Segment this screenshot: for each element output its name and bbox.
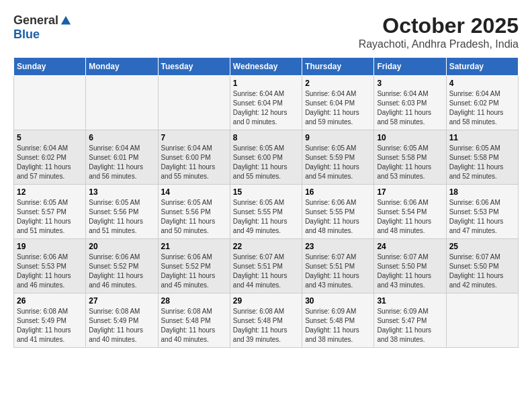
calendar-cell-w4d2: 28Sunrise: 6:08 AM Sunset: 5:48 PM Dayli… (158, 293, 230, 348)
day-number: 15 (233, 187, 299, 197)
day-info: Sunrise: 6:08 AM Sunset: 5:48 PM Dayligh… (161, 307, 227, 345)
calendar-cell-w3d6: 25Sunrise: 6:07 AM Sunset: 5:50 PM Dayli… (446, 239, 518, 293)
day-info: Sunrise: 6:04 AM Sunset: 6:02 PM Dayligh… (449, 89, 515, 127)
day-number: 19 (17, 242, 83, 251)
day-info: Sunrise: 6:06 AM Sunset: 5:52 PM Dayligh… (161, 253, 227, 290)
calendar-cell-w1d0: 5Sunrise: 6:04 AM Sunset: 6:02 PM Daylig… (14, 130, 86, 185)
calendar-cell-w3d0: 19Sunrise: 6:06 AM Sunset: 5:53 PM Dayli… (14, 239, 86, 293)
day-info: Sunrise: 6:09 AM Sunset: 5:48 PM Dayligh… (305, 307, 371, 345)
header-sunday: Sunday (14, 58, 86, 76)
calendar-cell-w2d3: 15Sunrise: 6:05 AM Sunset: 5:55 PM Dayli… (230, 185, 302, 239)
day-info: Sunrise: 6:05 AM Sunset: 5:56 PM Dayligh… (161, 198, 227, 236)
day-info: Sunrise: 6:04 AM Sunset: 6:03 PM Dayligh… (377, 89, 443, 127)
calendar-subtitle: Rayachoti, Andhra Pradesh, India (359, 38, 519, 50)
header-thursday: Thursday (302, 58, 374, 76)
day-info: Sunrise: 6:06 AM Sunset: 5:53 PM Dayligh… (17, 253, 83, 290)
calendar-cell-w0d3: 1Sunrise: 6:04 AM Sunset: 6:04 PM Daylig… (230, 76, 302, 130)
day-number: 5 (17, 133, 83, 142)
day-info: Sunrise: 6:04 AM Sunset: 6:00 PM Dayligh… (161, 144, 227, 181)
day-info: Sunrise: 6:08 AM Sunset: 5:49 PM Dayligh… (89, 307, 154, 345)
day-number: 1 (233, 79, 299, 88)
calendar-cell-w1d1: 6Sunrise: 6:04 AM Sunset: 6:01 PM Daylig… (86, 130, 158, 185)
calendar-cell-w3d1: 20Sunrise: 6:06 AM Sunset: 5:52 PM Dayli… (86, 239, 158, 293)
header: General Blue October 2025 Rayachoti, And… (13, 13, 519, 50)
calendar-table: SundayMondayTuesdayWednesdayThursdayFrid… (13, 57, 519, 348)
day-info: Sunrise: 6:07 AM Sunset: 5:50 PM Dayligh… (449, 253, 515, 290)
header-tuesday: Tuesday (158, 58, 230, 76)
day-number: 4 (449, 79, 515, 88)
day-number: 30 (305, 296, 371, 306)
calendar-cell-w1d4: 9Sunrise: 6:05 AM Sunset: 5:59 PM Daylig… (302, 130, 374, 185)
day-number: 21 (161, 242, 227, 251)
header-monday: Monday (86, 58, 158, 76)
day-info: Sunrise: 6:08 AM Sunset: 5:49 PM Dayligh… (17, 307, 83, 345)
calendar-body: 1Sunrise: 6:04 AM Sunset: 6:04 PM Daylig… (14, 76, 519, 348)
calendar-cell-w4d3: 29Sunrise: 6:08 AM Sunset: 5:48 PM Dayli… (230, 293, 302, 348)
calendar-week-2: 12Sunrise: 6:05 AM Sunset: 5:57 PM Dayli… (14, 185, 519, 239)
calendar-week-4: 26Sunrise: 6:08 AM Sunset: 5:49 PM Dayli… (14, 293, 519, 348)
day-info: Sunrise: 6:04 AM Sunset: 6:01 PM Dayligh… (89, 144, 154, 181)
day-number: 24 (377, 242, 443, 251)
day-info: Sunrise: 6:05 AM Sunset: 5:59 PM Dayligh… (305, 144, 371, 181)
day-number: 25 (449, 242, 515, 251)
day-number: 3 (377, 79, 443, 88)
day-number: 16 (305, 187, 371, 197)
calendar-cell-w1d5: 10Sunrise: 6:05 AM Sunset: 5:58 PM Dayli… (374, 130, 446, 185)
day-info: Sunrise: 6:05 AM Sunset: 5:58 PM Dayligh… (449, 144, 515, 181)
day-number: 7 (161, 133, 227, 142)
calendar-cell-w4d1: 27Sunrise: 6:08 AM Sunset: 5:49 PM Dayli… (86, 293, 158, 348)
day-info: Sunrise: 6:06 AM Sunset: 5:53 PM Dayligh… (449, 198, 515, 236)
day-info: Sunrise: 6:06 AM Sunset: 5:55 PM Dayligh… (305, 198, 371, 236)
calendar-cell-w2d6: 18Sunrise: 6:06 AM Sunset: 5:53 PM Dayli… (446, 185, 518, 239)
day-number: 22 (233, 242, 299, 251)
day-info: Sunrise: 6:04 AM Sunset: 6:04 PM Dayligh… (233, 89, 299, 127)
title-area: October 2025 Rayachoti, Andhra Pradesh, … (359, 13, 519, 50)
day-number: 20 (89, 242, 154, 251)
header-wednesday: Wednesday (230, 58, 302, 76)
logo: General Blue (13, 13, 72, 42)
calendar-cell-w2d1: 13Sunrise: 6:05 AM Sunset: 5:56 PM Dayli… (86, 185, 158, 239)
calendar-week-1: 5Sunrise: 6:04 AM Sunset: 6:02 PM Daylig… (14, 130, 519, 185)
calendar-cell-w3d2: 21Sunrise: 6:06 AM Sunset: 5:52 PM Dayli… (158, 239, 230, 293)
calendar-cell-w1d2: 7Sunrise: 6:04 AM Sunset: 6:00 PM Daylig… (158, 130, 230, 185)
calendar-cell-w0d6: 4Sunrise: 6:04 AM Sunset: 6:02 PM Daylig… (446, 76, 518, 130)
calendar-week-0: 1Sunrise: 6:04 AM Sunset: 6:04 PM Daylig… (14, 76, 519, 130)
logo-general-text: General (13, 13, 58, 28)
day-info: Sunrise: 6:04 AM Sunset: 6:02 PM Dayligh… (17, 144, 83, 181)
day-number: 10 (377, 133, 443, 142)
day-number: 31 (377, 296, 443, 306)
day-number: 17 (377, 187, 443, 197)
calendar-cell-w1d6: 11Sunrise: 6:05 AM Sunset: 5:58 PM Dayli… (446, 130, 518, 185)
calendar-cell-w3d4: 23Sunrise: 6:07 AM Sunset: 5:51 PM Dayli… (302, 239, 374, 293)
day-number: 26 (17, 296, 83, 306)
calendar-cell-w3d3: 22Sunrise: 6:07 AM Sunset: 5:51 PM Dayli… (230, 239, 302, 293)
day-info: Sunrise: 6:05 AM Sunset: 5:57 PM Dayligh… (17, 198, 83, 236)
day-info: Sunrise: 6:05 AM Sunset: 6:00 PM Dayligh… (233, 144, 299, 181)
calendar-cell-w3d5: 24Sunrise: 6:07 AM Sunset: 5:50 PM Dayli… (374, 239, 446, 293)
day-info: Sunrise: 6:07 AM Sunset: 5:51 PM Dayligh… (233, 253, 299, 290)
day-number: 11 (449, 133, 515, 142)
day-number: 8 (233, 133, 299, 142)
logo-blue-text: Blue (13, 28, 40, 42)
calendar-cell-w0d0 (14, 76, 86, 130)
day-number: 29 (233, 296, 299, 306)
calendar-cell-w4d5: 31Sunrise: 6:09 AM Sunset: 5:47 PM Dayli… (374, 293, 446, 348)
calendar-cell-w2d5: 17Sunrise: 6:06 AM Sunset: 5:54 PM Dayli… (374, 185, 446, 239)
day-number: 18 (449, 187, 515, 197)
calendar-cell-w0d1 (86, 76, 158, 130)
calendar-header-row: SundayMondayTuesdayWednesdayThursdayFrid… (14, 58, 519, 76)
calendar-cell-w4d0: 26Sunrise: 6:08 AM Sunset: 5:49 PM Dayli… (14, 293, 86, 348)
day-number: 6 (89, 133, 154, 142)
day-number: 28 (161, 296, 227, 306)
calendar-week-3: 19Sunrise: 6:06 AM Sunset: 5:53 PM Dayli… (14, 239, 519, 293)
day-number: 14 (161, 187, 227, 197)
calendar-cell-w4d4: 30Sunrise: 6:09 AM Sunset: 5:48 PM Dayli… (302, 293, 374, 348)
day-info: Sunrise: 6:06 AM Sunset: 5:52 PM Dayligh… (89, 253, 154, 290)
day-info: Sunrise: 6:05 AM Sunset: 5:58 PM Dayligh… (377, 144, 443, 181)
logo-icon (60, 15, 72, 27)
day-number: 13 (89, 187, 154, 197)
header-saturday: Saturday (446, 58, 518, 76)
header-friday: Friday (374, 58, 446, 76)
calendar-cell-w0d2 (158, 76, 230, 130)
calendar-cell-w0d4: 2Sunrise: 6:04 AM Sunset: 6:04 PM Daylig… (302, 76, 374, 130)
